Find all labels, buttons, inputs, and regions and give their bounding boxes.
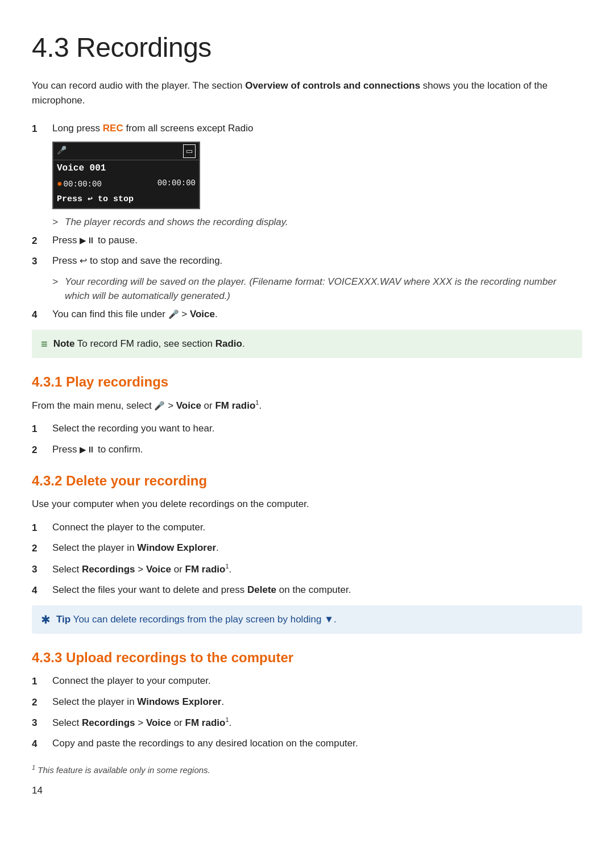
step-4: 4 You can find this file under 🎤 > Voice… bbox=[32, 307, 582, 322]
step-433-4: 4 Copy and paste the recordings to any d… bbox=[32, 736, 582, 751]
step-433-3-content: Select Recordings > Voice or FM radio1. bbox=[52, 715, 582, 730]
footnote: 1 This feature is available only in some… bbox=[32, 763, 582, 777]
step-num-432-3: 3 bbox=[32, 562, 52, 577]
result-1: > The player records and shows the recor… bbox=[52, 215, 582, 230]
step-num-432-1: 1 bbox=[32, 520, 52, 535]
step-432-3-content: Select Recordings > Voice or FM radio1. bbox=[52, 562, 582, 577]
return-icon: ↩ bbox=[80, 254, 87, 268]
tip-text: Tip You can delete recordings from the p… bbox=[56, 612, 337, 627]
step-3-content: Press ↩ to stop and save the recording. bbox=[52, 254, 582, 268]
result-text-1: The player records and shows the recordi… bbox=[65, 215, 288, 230]
result-text-2: Your recording will be saved on the play… bbox=[65, 275, 582, 304]
voice-label: Voice bbox=[190, 309, 215, 319]
result-2: > Your recording will be saved on the pl… bbox=[52, 275, 582, 304]
step-433-2-content: Select the player in Windows Explorer. bbox=[52, 695, 582, 709]
step-3: 3 Press ↩ to stop and save the recording… bbox=[32, 254, 582, 269]
recording-display: 🎤 ▭ Voice 001 ●00:00:00 00:00:00 Press ↩… bbox=[52, 142, 200, 209]
step-num-3: 3 bbox=[32, 254, 52, 269]
step-num-4: 4 bbox=[32, 307, 52, 322]
rec-label: REC bbox=[103, 123, 123, 134]
playpause-icon-2: ▶⏸ bbox=[80, 443, 95, 456]
rec-time-elapsed: ●00:00:00 bbox=[57, 177, 102, 191]
step-432-4: 4 Select the files your want to delete a… bbox=[32, 583, 582, 598]
note-icon: ≡ bbox=[41, 335, 48, 352]
section-432-steps: 1 Connect the player to the computer. 2 … bbox=[32, 520, 582, 598]
step-432-1: 1 Connect the player to the computer. bbox=[32, 520, 582, 535]
step-432-3: 3 Select Recordings > Voice or FM radio1… bbox=[32, 562, 582, 577]
tip-icon: ✱ bbox=[41, 611, 51, 628]
step-433-2: 2 Select the player in Windows Explorer. bbox=[32, 695, 582, 710]
note-text: Note To record FM radio, see section Rad… bbox=[53, 337, 245, 351]
step-num-433-1: 1 bbox=[32, 674, 52, 689]
step-433-3: 3 Select Recordings > Voice or FM radio1… bbox=[32, 715, 582, 730]
section-431-intro: From the main menu, select 🎤 > Voice or … bbox=[32, 398, 582, 413]
rec-times: ●00:00:00 00:00:00 bbox=[53, 176, 199, 192]
rec-dot: ● bbox=[57, 179, 63, 189]
step-431-2: 2 Press ▶⏸ to confirm. bbox=[32, 442, 582, 458]
section-431-heading: 4.3.1 Play recordings bbox=[32, 372, 582, 392]
step-4-content: You can find this file under 🎤 > Voice. bbox=[52, 307, 582, 322]
step-431-2-content: Press ▶⏸ to confirm. bbox=[52, 442, 582, 457]
step-2: 2 Press ▶⏸ to pause. bbox=[32, 233, 582, 248]
step-num-433-4: 4 bbox=[32, 736, 52, 751]
rec-stop-instruction: Press ↩ to stop bbox=[53, 192, 199, 209]
step-432-4-content: Select the files your want to delete and… bbox=[52, 583, 582, 597]
intro-paragraph: You can record audio with the player. Th… bbox=[32, 78, 582, 109]
section-431-steps: 1 Select the recording you want to hear.… bbox=[32, 421, 582, 457]
step-1-content: Long press REC from all screens except R… bbox=[52, 121, 582, 136]
step-433-1-content: Connect the player to your computer. bbox=[52, 674, 582, 688]
step-432-2: 2 Select the player in Window Explorer. bbox=[32, 541, 582, 556]
step-num-431-2: 2 bbox=[32, 442, 52, 458]
section-432-intro: Use your computer when you delete record… bbox=[32, 497, 582, 512]
rec-time-total: 00:00:00 bbox=[157, 177, 196, 191]
mic-icon-3: 🎤 bbox=[154, 399, 165, 412]
note-box: ≡ Note To record FM radio, see section R… bbox=[32, 330, 582, 358]
page-title: 4.3 Recordings bbox=[32, 27, 582, 68]
section-432-heading: 4.3.2 Delete your recording bbox=[32, 471, 582, 491]
battery-icon: ▭ bbox=[183, 144, 196, 158]
step-432-1-content: Connect the player to the computer. bbox=[52, 520, 582, 535]
step-num-432-2: 2 bbox=[32, 541, 52, 556]
step-433-4-content: Copy and paste the recordings to any des… bbox=[52, 736, 582, 751]
step-num-1: 1 bbox=[32, 121, 52, 136]
step-2-content: Press ▶⏸ to pause. bbox=[52, 233, 582, 248]
result-arrow-2: > bbox=[52, 275, 65, 289]
playpause-icon: ▶⏸ bbox=[80, 234, 95, 247]
section-number: 4.3 bbox=[32, 32, 69, 63]
section-title: Recordings bbox=[76, 32, 211, 63]
step-num-433-2: 2 bbox=[32, 695, 52, 710]
step-num-432-4: 4 bbox=[32, 583, 52, 598]
rec-filename: Voice 001 bbox=[53, 160, 199, 176]
page-number: 14 bbox=[32, 783, 582, 798]
result-arrow-1: > bbox=[52, 215, 65, 230]
step-num-431-1: 1 bbox=[32, 421, 52, 437]
section-433-steps: 1 Connect the player to your computer. 2… bbox=[32, 674, 582, 751]
step-431-1-content: Select the recording you want to hear. bbox=[52, 421, 582, 436]
section-433-heading: 4.3.3 Upload recordings to the computer bbox=[32, 647, 582, 668]
step-431-1: 1 Select the recording you want to hear. bbox=[32, 421, 582, 437]
rec-header: 🎤 ▭ bbox=[53, 143, 199, 160]
step-1: 1 Long press REC from all screens except… bbox=[32, 121, 582, 136]
step-433-1: 1 Connect the player to your computer. bbox=[32, 674, 582, 689]
step-num-2: 2 bbox=[32, 233, 52, 248]
mic-icon: 🎤 bbox=[57, 145, 67, 157]
step-432-2-content: Select the player in Window Explorer. bbox=[52, 541, 582, 555]
step-num-433-3: 3 bbox=[32, 715, 52, 730]
mic-icon-2: 🎤 bbox=[168, 308, 179, 321]
tip-box: ✱ Tip You can delete recordings from the… bbox=[32, 605, 582, 634]
